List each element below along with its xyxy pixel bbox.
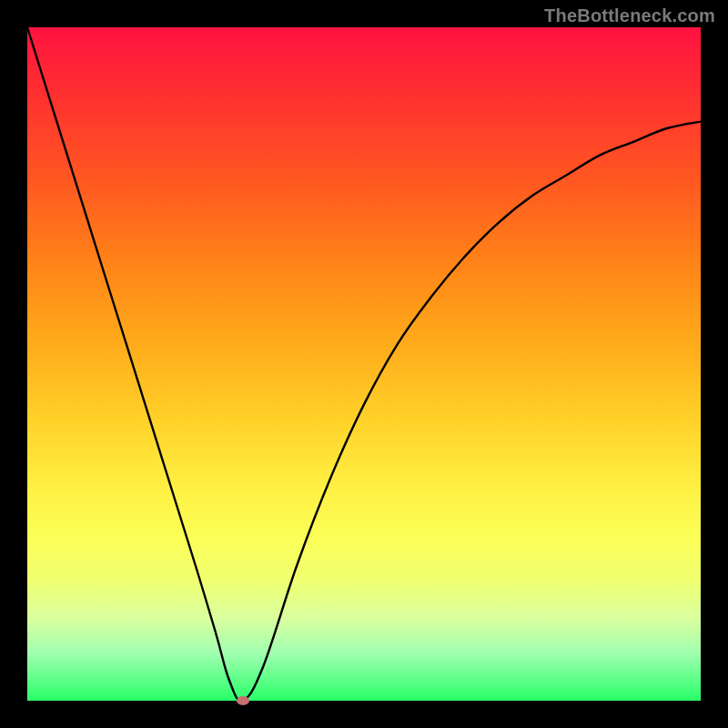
bottleneck-curve-path bbox=[27, 27, 701, 701]
minimum-marker bbox=[237, 696, 249, 705]
watermark-text: TheBottleneck.com bbox=[544, 5, 715, 26]
chart-frame: TheBottleneck.com bbox=[0, 0, 728, 728]
plot-area bbox=[27, 27, 701, 701]
curve-svg bbox=[27, 27, 701, 701]
